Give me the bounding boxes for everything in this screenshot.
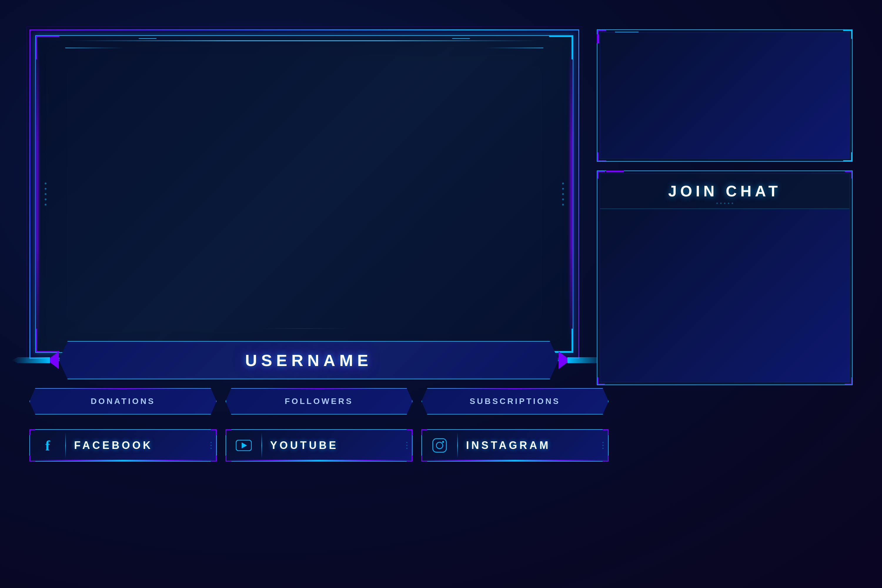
frame-top-notch-left (139, 38, 156, 39)
username-bg: USERNAME (59, 341, 559, 379)
instagram-label: INSTAGRAM (466, 439, 550, 452)
dot (45, 183, 46, 184)
dot (562, 183, 564, 184)
chat-panel: JOIN CHAT (597, 171, 853, 385)
wc-notch-left (597, 34, 599, 43)
username-panel: USERNAME (59, 341, 559, 379)
social-panel-facebook[interactable]: f FACEBOOK (29, 429, 217, 462)
svg-point-3 (436, 442, 443, 448)
social-dot (406, 448, 408, 449)
chat-dot (732, 202, 733, 204)
hud-line-top-right (484, 48, 543, 48)
social-panels: f FACEBOOK (29, 429, 609, 462)
outer-glow (36, 36, 573, 352)
stat-panel-subscriptions: SUBSCRIPTIONS (421, 388, 609, 414)
dot (562, 193, 564, 195)
main-frame-inner (35, 35, 573, 353)
svg-rect-2 (433, 439, 446, 452)
dot (45, 193, 46, 195)
chat-dot (724, 202, 726, 204)
right-panels: JOIN CHAT (597, 29, 853, 385)
side-dots-left (45, 183, 46, 206)
corner-tr-decoration (549, 36, 573, 59)
social-icon-area (422, 430, 457, 461)
dot (45, 204, 46, 206)
social-dot (210, 448, 212, 449)
chat-title: JOIN CHAT (668, 182, 781, 200)
hud-line-top-left (65, 48, 124, 48)
chat-dot (717, 202, 718, 204)
social-divider (65, 433, 66, 458)
social-panel-instagram[interactable]: INSTAGRAM (421, 429, 609, 462)
webcam-inner (600, 32, 850, 159)
dot (562, 204, 564, 206)
chat-inner: JOIN CHAT (600, 174, 850, 382)
instagram-icon (432, 438, 447, 453)
corner-bl-decoration (36, 329, 59, 352)
bottom-accent (226, 460, 412, 461)
bottom-accent (30, 460, 216, 461)
dot (45, 188, 46, 190)
side-dots-right (562, 183, 564, 206)
social-icon-area (226, 430, 261, 461)
frame-top-notch-right (452, 38, 470, 39)
purple-glow-right (570, 36, 573, 352)
dot (562, 198, 564, 200)
main-video-frame (29, 29, 579, 358)
layout: USERNAME DONATIONS FOLLOWERS SUBSCRIPTIO… (29, 29, 853, 559)
webcam-panel (597, 29, 853, 162)
social-dot (210, 442, 212, 443)
username-sidebar-left (12, 357, 50, 363)
chat-dot (720, 202, 722, 204)
social-dot (406, 445, 408, 446)
facebook-label: FACEBOOK (74, 439, 153, 452)
social-text-area: INSTAGRAM (460, 430, 608, 461)
social-dots-right (406, 442, 408, 449)
social-dot (602, 442, 604, 443)
social-panel-youtube[interactable]: YOUTUBE (225, 429, 413, 462)
social-divider (457, 433, 458, 458)
social-dot (602, 448, 604, 449)
social-divider (261, 433, 262, 458)
frame-top-bar (71, 40, 537, 41)
svg-marker-1 (242, 442, 247, 448)
dot (562, 188, 564, 190)
hud-line-bottom (260, 328, 348, 329)
youtube-label: YOUTUBE (270, 439, 338, 452)
chat-body (600, 209, 849, 382)
stat-panels: DONATIONS FOLLOWERS SUBSCRIPTIONS (29, 388, 609, 414)
username-text: USERNAME (59, 341, 559, 379)
chat-dots (717, 202, 733, 204)
svg-point-4 (442, 441, 444, 443)
facebook-icon: f (45, 438, 50, 454)
chat-tab (606, 171, 624, 172)
chat-header: JOIN CHAT (600, 174, 849, 209)
stat-panel-donations: DONATIONS (29, 388, 217, 414)
social-dot (602, 445, 604, 446)
social-dot (210, 445, 212, 446)
social-dot (406, 442, 408, 443)
youtube-icon (236, 440, 252, 451)
bottom-accent (422, 460, 608, 461)
social-text-area: YOUTUBE (264, 430, 412, 461)
stat-followers-label: FOLLOWERS (225, 388, 413, 414)
chat-dot (728, 202, 729, 204)
social-dots-right (210, 442, 212, 449)
social-text-area: FACEBOOK (68, 430, 216, 461)
stat-subscriptions-label: SUBSCRIPTIONS (421, 388, 609, 414)
stat-donations-label: DONATIONS (29, 388, 217, 414)
purple-glow-left (36, 36, 38, 352)
social-icon-area: f (30, 430, 65, 461)
corner-tl-decoration (36, 36, 59, 59)
stat-panel-followers: FOLLOWERS (225, 388, 413, 414)
dot (45, 198, 46, 200)
social-dots-right (602, 442, 604, 449)
